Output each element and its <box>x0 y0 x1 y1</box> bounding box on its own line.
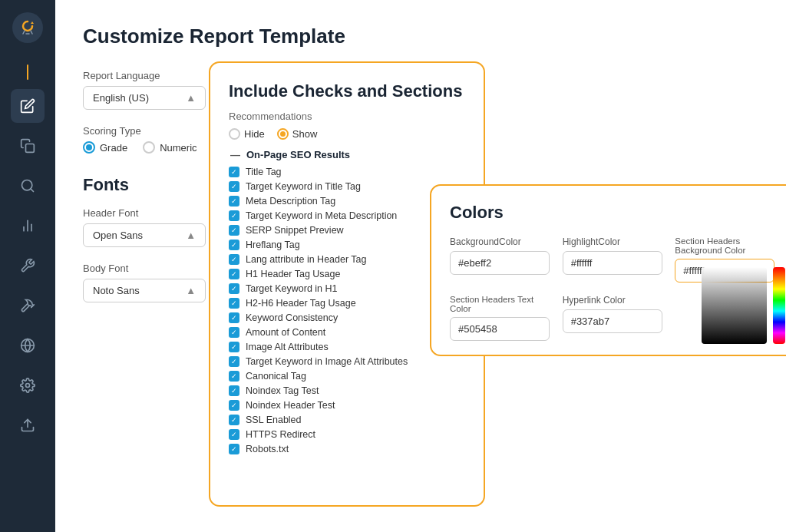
checkbox-icon[interactable]: ✓ <box>229 240 239 250</box>
grade-radio[interactable] <box>83 141 95 154</box>
list-item[interactable]: ✓ Target Keyword in Title Tag <box>229 181 465 192</box>
color-spectrum[interactable] <box>773 267 785 344</box>
checkbox-icon[interactable]: ✓ <box>229 196 239 207</box>
section-headers-text-input[interactable] <box>450 317 550 341</box>
list-item[interactable]: ✓ Canonical Tag <box>229 371 465 382</box>
checkbox-icon[interactable]: ✓ <box>229 181 239 192</box>
sidebar-divider <box>27 64 28 80</box>
sidebar-item-search[interactable] <box>11 169 45 203</box>
highlight-color-field: HighlightColor <box>563 236 666 283</box>
sidebar-item-edit[interactable] <box>11 89 45 123</box>
section-headers-bg-label: Section HeadersBackground Color <box>675 236 778 255</box>
body-font-select[interactable]: Noto Sans ▲ <box>83 279 206 302</box>
hyperlink-color-input[interactable] <box>563 309 662 333</box>
checkbox-icon[interactable]: ✓ <box>229 356 239 367</box>
checkbox-icon[interactable]: ✓ <box>229 283 239 294</box>
show-option[interactable]: Show <box>277 128 318 140</box>
hyperlink-color-label: Hyperlink Color <box>563 295 666 306</box>
checkbox-icon[interactable]: ✓ <box>229 444 239 454</box>
checkbox-icon[interactable]: ✓ <box>229 269 239 279</box>
sidebar-item-tool[interactable] <box>11 249 45 283</box>
sidebar-item-copy[interactable] <box>11 129 45 163</box>
colors-title: Colors <box>450 203 778 223</box>
chevron-down-icon-3: ▲ <box>186 285 196 296</box>
checkbox-icon[interactable]: ✓ <box>229 415 239 425</box>
checkbox-icon[interactable]: ✓ <box>229 342 239 352</box>
svg-point-7 <box>26 384 30 388</box>
list-item[interactable]: ✓ Robots.txt <box>229 444 465 454</box>
checkbox-icon[interactable]: ✓ <box>229 254 239 265</box>
checkbox-icon[interactable]: ✓ <box>229 429 239 440</box>
chevron-down-icon: ▲ <box>186 92 196 104</box>
highlight-color-label: HighlightColor <box>563 236 666 247</box>
scoring-numeric-option[interactable]: Numeric <box>143 141 196 154</box>
checkbox-icon[interactable]: ✓ <box>229 385 239 396</box>
scoring-grade-option[interactable]: Grade <box>83 141 127 154</box>
background-color-field: BackgroundColor <box>450 236 553 283</box>
sidebar-item-settings[interactable] <box>11 368 45 402</box>
list-item[interactable]: ✓ Target Keyword in Image Alt Attributes <box>229 356 465 367</box>
page-title: Customize Report Template <box>83 25 758 48</box>
section-headers-text-label: Section Headers TextColor <box>450 295 553 313</box>
highlight-color-input[interactable] <box>563 251 662 275</box>
hide-radio[interactable] <box>229 128 240 140</box>
sidebar-item-chart[interactable] <box>11 209 45 243</box>
hide-option[interactable]: Hide <box>229 128 265 140</box>
chevron-down-icon-2: ▲ <box>186 230 196 241</box>
show-radio[interactable] <box>277 128 289 140</box>
list-item[interactable]: ✓ Title Tag <box>229 167 465 177</box>
numeric-radio[interactable] <box>143 141 155 154</box>
checkbox-icon[interactable]: ✓ <box>229 312 239 323</box>
color-gradient-field[interactable] <box>702 267 767 344</box>
colors-panel: Colors BackgroundColor HighlightColor Se… <box>430 184 786 356</box>
checkbox-icon[interactable]: ✓ <box>229 225 239 236</box>
color-picker[interactable] <box>702 267 786 352</box>
sidebar-item-globe[interactable] <box>11 329 45 362</box>
checkbox-icon[interactable]: ✓ <box>229 371 239 382</box>
background-color-input[interactable] <box>450 251 550 275</box>
list-item[interactable]: ✓ SSL Enabled <box>229 415 465 425</box>
sidebar <box>0 0 55 532</box>
checkbox-icon[interactable]: ✓ <box>229 210 239 221</box>
checkbox-icon[interactable]: ✓ <box>229 327 239 338</box>
list-item[interactable]: ✓ Noindex Header Test <box>229 400 465 411</box>
recommendations-label: Recommendations <box>229 111 465 122</box>
section-header: On-Page SEO Results <box>229 149 465 160</box>
checkbox-icon[interactable]: ✓ <box>229 298 239 309</box>
checkbox-icon[interactable]: ✓ <box>229 400 239 411</box>
sidebar-item-upload[interactable] <box>11 408 45 442</box>
checkbox-icon[interactable]: ✓ <box>229 167 239 177</box>
recommendations-row: Hide Show <box>229 128 465 140</box>
checks-title: Include Checks and Sections <box>229 81 465 101</box>
list-item[interactable]: ✓ Noindex Tag Test <box>229 385 465 396</box>
section-headers-text-field: Section Headers TextColor <box>450 295 553 341</box>
list-item[interactable]: ✓ HTTPS Redirect <box>229 429 465 440</box>
sidebar-item-hammer[interactable] <box>11 289 45 322</box>
background-color-label: BackgroundColor <box>450 236 553 247</box>
main-content: Customize Report Template Report Languag… <box>55 0 786 532</box>
report-language-select[interactable]: English (US) ▲ <box>83 86 206 110</box>
colors-grid: BackgroundColor HighlightColor Section H… <box>450 236 778 341</box>
logo-icon[interactable] <box>12 12 43 43</box>
hyperlink-color-field: Hyperlink Color <box>563 295 666 341</box>
svg-rect-0 <box>26 144 35 153</box>
header-font-select[interactable]: Open Sans ▲ <box>83 223 206 247</box>
